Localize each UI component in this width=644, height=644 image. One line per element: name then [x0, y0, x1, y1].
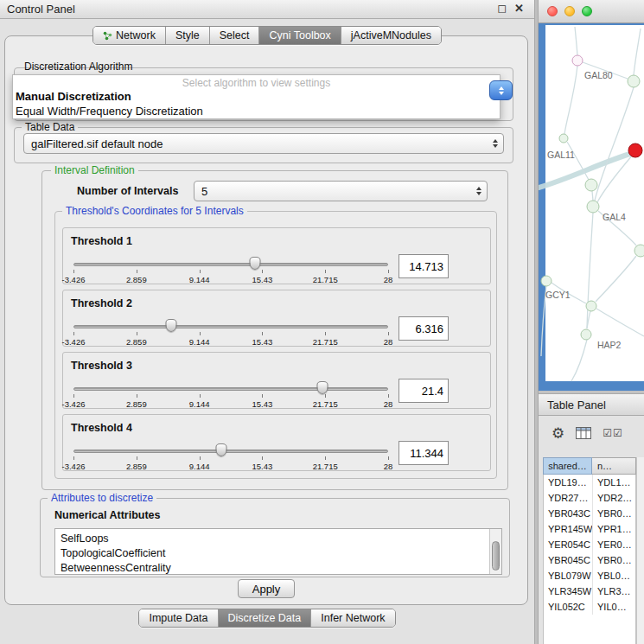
tick-label: 9.144	[189, 337, 210, 347]
threshold-slider[interactable]: -3.4262.8599.14415.4321.71528	[73, 384, 388, 408]
tab-network[interactable]: Network	[93, 27, 166, 44]
zoom-traffic-light-icon[interactable]	[582, 6, 592, 16]
table-data-value: galFiltered.sif default node	[24, 137, 488, 150]
threshold-value-input[interactable]	[399, 441, 449, 465]
attributes-group: Attributes to discretize Numerical Attri…	[40, 498, 510, 577]
network-node[interactable]	[572, 55, 583, 66]
threshold-slider[interactable]: -3.4262.8599.14415.4321.71528	[73, 446, 388, 470]
slider-track[interactable]	[73, 387, 388, 391]
close-window-icon[interactable]: ✕	[514, 2, 524, 15]
number-of-intervals-label: Number of Intervals	[77, 185, 178, 197]
table-row[interactable]: YBR045CYBR0…	[544, 552, 635, 568]
bottom-tab-impute-data[interactable]: Impute Data	[139, 609, 218, 627]
threshold-box-3: Threshold 3-3.4262.8599.14415.4321.71528	[62, 352, 491, 409]
combo-arrows-icon	[471, 187, 487, 195]
column-header-2[interactable]: n…	[592, 457, 636, 475]
network-node-selected[interactable]	[628, 143, 642, 157]
slider-tick	[388, 394, 389, 398]
threshold-value-input[interactable]	[399, 316, 449, 341]
attribute-item[interactable]: TopologicalCoefficient	[55, 546, 501, 561]
table-toolbar: ⚙ ☑☑	[539, 420, 644, 446]
slider-thumb[interactable]	[316, 381, 328, 394]
top-tab-bar: NetworkStyleSelectCyni ToolboxjActiveMNo…	[0, 26, 534, 45]
list-scrollbar-thumb[interactable]	[492, 541, 500, 571]
tab-jactivemnodules[interactable]: jActiveMNodules	[341, 27, 441, 44]
bottom-tab-bar: Impute DataDiscretize DataInfer Network	[0, 609, 534, 628]
table-data-select[interactable]: galFiltered.sif default node	[23, 133, 504, 154]
slider-track[interactable]	[73, 450, 388, 453]
menu-item-equal-width-frequency[interactable]: Equal Width/Frequency Discretization	[13, 104, 500, 118]
slider-track[interactable]	[73, 325, 388, 328]
number-of-intervals-select[interactable]: 5	[194, 181, 488, 201]
table-row[interactable]: YPR145WYPR1…	[544, 521, 635, 537]
network-node[interactable]	[587, 201, 599, 213]
tab-select[interactable]: Select	[210, 27, 260, 44]
table-cell: YPR1…	[593, 524, 635, 534]
float-window-icon[interactable]: ◻	[497, 2, 507, 15]
tick-label: 15.43	[252, 337, 273, 347]
slider-tick	[262, 456, 263, 460]
slider-track[interactable]	[73, 263, 388, 266]
table-cell: YIL0…	[593, 602, 635, 612]
tick-label: -3.426	[62, 275, 86, 284]
table-row[interactable]: YBR043CYBR0…	[544, 506, 635, 521]
slider-thumb[interactable]	[250, 257, 261, 270]
apply-button[interactable]: Apply	[238, 579, 295, 598]
table-columns-icon[interactable]	[576, 427, 591, 439]
threshold-slider[interactable]: -3.4262.8599.14415.4321.71528	[73, 322, 388, 346]
tick-label: 2.859	[126, 275, 147, 284]
attribute-item[interactable]: SelfLoops	[55, 532, 501, 546]
column-header-1[interactable]: shared…	[543, 457, 592, 475]
table-row[interactable]: YIL052CYIL0…	[544, 599, 635, 615]
table-row[interactable]: YLR345WYLR3…	[544, 583, 635, 599]
discretization-algorithm-label: Discretization Algorithm	[24, 61, 132, 73]
slider-tick	[325, 332, 326, 335]
threshold-label: Threshold 4	[71, 422, 132, 434]
table-cell: YIL052C	[544, 599, 593, 615]
node-label: GAL80	[584, 70, 613, 80]
node-label: GCY1	[545, 290, 571, 300]
select-columns-checks-icon[interactable]: ☑☑	[603, 428, 623, 438]
table-cell: YER054C	[544, 537, 593, 552]
combo-arrows-icon	[488, 139, 503, 148]
table-row[interactable]: YDR27…YDR2…	[544, 490, 635, 506]
slider-thumb[interactable]	[216, 443, 227, 456]
network-node[interactable]	[585, 179, 597, 191]
network-node[interactable]	[634, 245, 644, 257]
tab-cyni-toolbox[interactable]: Cyni Toolbox	[259, 27, 341, 44]
bottom-tab-discretize-data[interactable]: Discretize Data	[219, 609, 312, 627]
threshold-value-input[interactable]	[399, 379, 449, 403]
network-node[interactable]	[541, 276, 552, 286]
slider-thumb[interactable]	[165, 319, 176, 332]
tick-label: 2.859	[126, 337, 147, 347]
algorithm-combo-stepper-button[interactable]	[489, 80, 513, 100]
bottom-tab-infer-network[interactable]: Infer Network	[311, 609, 394, 627]
network-node[interactable]	[559, 134, 568, 143]
threshold-box-2: Threshold 2-3.4262.8599.14415.4321.71528	[62, 290, 491, 347]
table-row[interactable]: YDL19…YDL1…	[544, 475, 635, 490]
slider-tick	[137, 270, 137, 273]
algorithm-dropdown-popup: Select algorithm to view settings Manual…	[12, 74, 501, 119]
close-traffic-light-icon[interactable]	[547, 6, 558, 16]
thresholds-group: Threshold's Coordinates for 5 Intervals …	[54, 211, 497, 479]
threshold-slider[interactable]: -3.4262.8599.14415.4321.71528	[73, 259, 388, 284]
table-cell: YBR045C	[544, 552, 593, 568]
network-node[interactable]	[581, 329, 591, 340]
table-panel: ⚙ ☑☑ shared…n… YDL19…YDL1…YDR27…YDR2…YBR…	[539, 416, 644, 644]
minimize-traffic-light-icon[interactable]	[564, 6, 575, 16]
table-row[interactable]: YER054CYER0…	[544, 537, 635, 552]
bottom-tabs-segmented-control: Impute DataDiscretize DataInfer Network	[138, 609, 395, 628]
popup-placeholder: Select algorithm to view settings	[13, 75, 500, 89]
menu-item-manual-discretization[interactable]: Manual Discretization	[13, 89, 500, 104]
table-scrollbar[interactable]	[636, 457, 644, 644]
table-row[interactable]: YBL079WYBL0…	[544, 568, 635, 583]
threshold-value-input[interactable]	[399, 254, 449, 278]
network-view-canvas[interactable]: GAL80GAL11GAL4GCY1HAP2	[539, 23, 644, 391]
list-scrollbar[interactable]	[489, 529, 501, 574]
settings-gear-icon[interactable]: ⚙	[552, 426, 564, 441]
tab-style[interactable]: Style	[166, 27, 210, 44]
attribute-items: SelfLoopsTopologicalCoefficientBetweenne…	[55, 529, 501, 575]
attribute-item[interactable]: BetweennessCentrality	[55, 561, 501, 575]
network-node[interactable]	[628, 75, 640, 87]
network-node[interactable]	[586, 301, 596, 311]
